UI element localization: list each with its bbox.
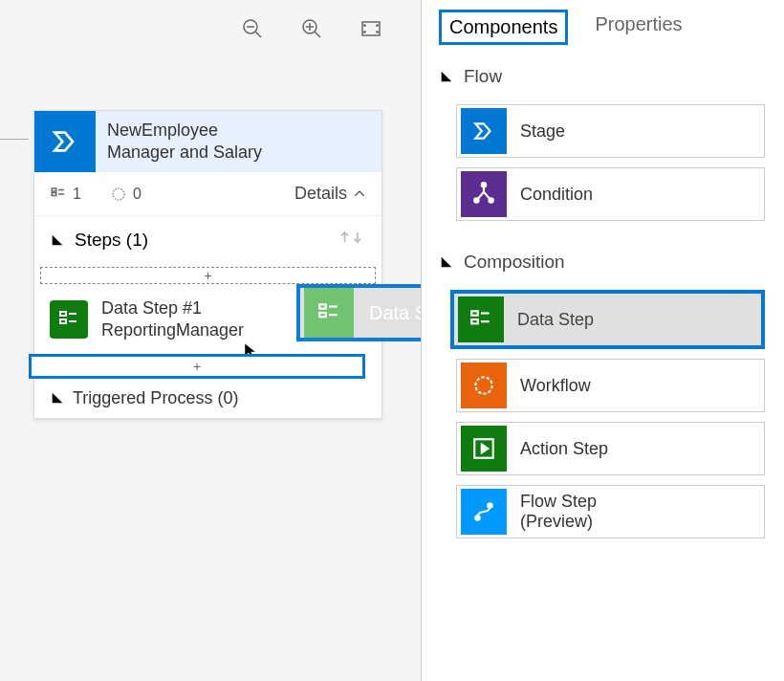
steps-header-text: Steps (1) [75, 230, 148, 251]
component-stage-label: Stage [520, 121, 565, 142]
stage-title-line2: Manager and Salary [107, 142, 262, 164]
svg-point-12 [113, 188, 124, 200]
component-stage[interactable]: Stage [456, 104, 765, 158]
collapse-triangle-icon [50, 232, 65, 248]
svg-point-22 [474, 198, 478, 202]
dropzone-before[interactable]: + [40, 267, 376, 284]
data-step-icon [50, 300, 88, 339]
component-action-step[interactable]: Action Step [456, 422, 765, 475]
svg-rect-8 [52, 188, 56, 191]
component-flow-step[interactable]: Flow Step (Preview) [456, 485, 765, 538]
data-step-text: Data Step #1 ReportingManager [101, 297, 244, 342]
section-flow[interactable]: Flow [422, 45, 784, 95]
condition-icon [461, 171, 507, 217]
svg-line-1 [255, 32, 261, 37]
stage-header[interactable]: NewEmployee Manager and Salary [34, 111, 381, 172]
stage-chevron-icon [461, 108, 507, 154]
connector-line [0, 139, 29, 140]
tab-properties[interactable]: Properties [587, 10, 689, 45]
action-step-icon [461, 426, 507, 472]
stage-stats-row: 1 0 Details [34, 172, 381, 216]
fields-count: 1 [50, 186, 81, 203]
zoom-in-icon[interactable] [300, 17, 323, 40]
component-condition[interactable]: Condition [456, 167, 765, 221]
svg-rect-25 [471, 319, 478, 323]
svg-rect-18 [319, 313, 326, 317]
svg-point-31 [488, 503, 491, 507]
svg-line-4 [315, 32, 320, 37]
svg-point-23 [489, 198, 492, 202]
reorder-arrows-icon[interactable] [338, 228, 366, 252]
canvas-toolbar [0, 17, 421, 40]
component-condition-label: Condition [520, 185, 593, 205]
svg-rect-9 [52, 192, 56, 195]
svg-point-30 [475, 516, 479, 519]
data-step-icon [304, 288, 354, 338]
svg-rect-24 [471, 311, 478, 315]
svg-rect-14 [60, 319, 66, 323]
zoom-out-icon[interactable] [241, 17, 264, 40]
stage-chevron-icon [34, 111, 96, 172]
steps-header[interactable]: Steps (1) [34, 216, 381, 263]
panel-tabs: Components Properties [422, 10, 784, 45]
triggered-process-row[interactable]: Triggered Process (0) [34, 379, 381, 418]
component-data-step-highlight[interactable]: Data Step [450, 290, 765, 349]
collapse-triangle-icon [439, 254, 454, 270]
details-toggle[interactable]: Details [294, 184, 366, 204]
workflow-icon [461, 362, 507, 408]
collapse-triangle-icon [439, 69, 454, 84]
data-step-icon [458, 297, 504, 342]
dropzone-after-highlight[interactable]: + [29, 354, 365, 379]
svg-rect-17 [319, 304, 326, 308]
svg-point-28 [475, 377, 491, 393]
components-panel: Components Properties Flow Stage Conditi… [421, 0, 784, 681]
component-flow-step-label: Flow Step (Preview) [520, 492, 597, 531]
workflow-count: 0 [110, 186, 142, 203]
flow-step-icon [461, 489, 507, 535]
component-workflow[interactable]: Workflow [456, 359, 765, 412]
stage-title-line1: NewEmployee [107, 120, 262, 142]
component-data-step-label: Data Step [517, 310, 594, 330]
stage-title: NewEmployee Manager and Salary [96, 120, 262, 165]
component-action-step-label: Action Step [520, 439, 608, 459]
stage-card[interactable]: NewEmployee Manager and Salary 1 0 Detai… [33, 110, 382, 419]
collapse-triangle-icon [50, 390, 65, 406]
svg-point-21 [482, 183, 486, 187]
component-workflow-label: Workflow [520, 376, 591, 396]
fit-screen-icon[interactable] [359, 17, 382, 40]
section-composition[interactable]: Composition [422, 231, 784, 280]
svg-rect-13 [60, 312, 66, 316]
tab-components[interactable]: Components [439, 10, 568, 45]
